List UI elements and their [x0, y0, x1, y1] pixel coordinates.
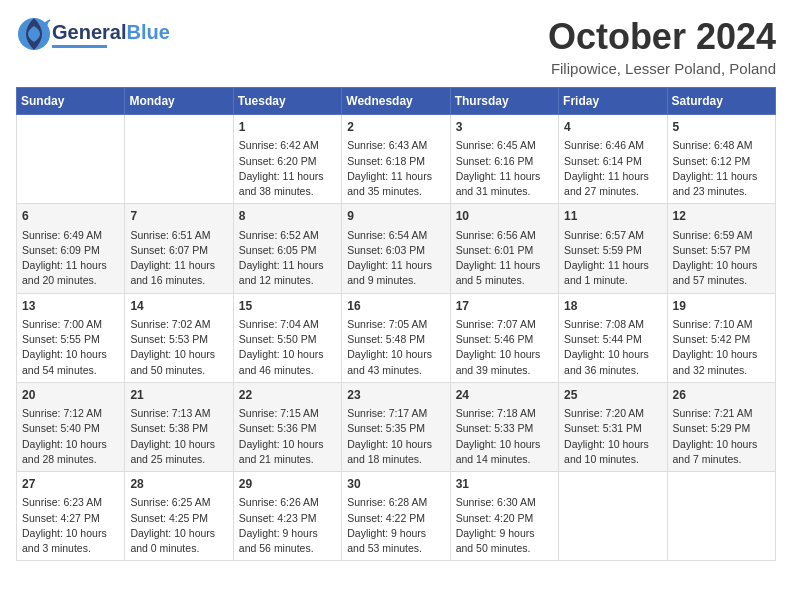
day-number: 24 [456, 387, 553, 404]
day-number: 22 [239, 387, 336, 404]
day-content: Sunrise: 6:28 AM Sunset: 4:22 PM Dayligh… [347, 495, 444, 556]
month-title: October 2024 [548, 16, 776, 58]
day-number: 31 [456, 476, 553, 493]
calendar-cell: 2Sunrise: 6:43 AM Sunset: 6:18 PM Daylig… [342, 115, 450, 204]
week-row-5: 27Sunrise: 6:23 AM Sunset: 4:27 PM Dayli… [17, 472, 776, 561]
day-content: Sunrise: 6:56 AM Sunset: 6:01 PM Dayligh… [456, 228, 553, 289]
calendar-cell: 6Sunrise: 6:49 AM Sunset: 6:09 PM Daylig… [17, 204, 125, 293]
day-number: 7 [130, 208, 227, 225]
day-number: 13 [22, 298, 119, 315]
day-content: Sunrise: 7:18 AM Sunset: 5:33 PM Dayligh… [456, 406, 553, 467]
day-content: Sunrise: 6:25 AM Sunset: 4:25 PM Dayligh… [130, 495, 227, 556]
calendar-cell: 28Sunrise: 6:25 AM Sunset: 4:25 PM Dayli… [125, 472, 233, 561]
day-number: 9 [347, 208, 444, 225]
day-number: 26 [673, 387, 770, 404]
day-content: Sunrise: 6:51 AM Sunset: 6:07 PM Dayligh… [130, 228, 227, 289]
day-number: 15 [239, 298, 336, 315]
day-content: Sunrise: 6:54 AM Sunset: 6:03 PM Dayligh… [347, 228, 444, 289]
calendar-header: SundayMondayTuesdayWednesdayThursdayFrid… [17, 88, 776, 115]
day-number: 2 [347, 119, 444, 136]
day-number: 19 [673, 298, 770, 315]
day-content: Sunrise: 7:20 AM Sunset: 5:31 PM Dayligh… [564, 406, 661, 467]
calendar-cell [667, 472, 775, 561]
calendar-cell: 31Sunrise: 6:30 AM Sunset: 4:20 PM Dayli… [450, 472, 558, 561]
calendar-cell: 1Sunrise: 6:42 AM Sunset: 6:20 PM Daylig… [233, 115, 341, 204]
day-number: 10 [456, 208, 553, 225]
calendar-cell: 4Sunrise: 6:46 AM Sunset: 6:14 PM Daylig… [559, 115, 667, 204]
day-content: Sunrise: 7:15 AM Sunset: 5:36 PM Dayligh… [239, 406, 336, 467]
calendar-cell: 8Sunrise: 6:52 AM Sunset: 6:05 PM Daylig… [233, 204, 341, 293]
day-content: Sunrise: 6:42 AM Sunset: 6:20 PM Dayligh… [239, 138, 336, 199]
day-number: 1 [239, 119, 336, 136]
day-content: Sunrise: 6:48 AM Sunset: 6:12 PM Dayligh… [673, 138, 770, 199]
day-content: Sunrise: 6:52 AM Sunset: 6:05 PM Dayligh… [239, 228, 336, 289]
calendar-cell: 11Sunrise: 6:57 AM Sunset: 5:59 PM Dayli… [559, 204, 667, 293]
calendar-cell: 13Sunrise: 7:00 AM Sunset: 5:55 PM Dayli… [17, 293, 125, 382]
day-content: Sunrise: 6:26 AM Sunset: 4:23 PM Dayligh… [239, 495, 336, 556]
day-content: Sunrise: 6:43 AM Sunset: 6:18 PM Dayligh… [347, 138, 444, 199]
calendar-cell: 27Sunrise: 6:23 AM Sunset: 4:27 PM Dayli… [17, 472, 125, 561]
header-cell-saturday: Saturday [667, 88, 775, 115]
day-content: Sunrise: 7:08 AM Sunset: 5:44 PM Dayligh… [564, 317, 661, 378]
calendar-cell: 17Sunrise: 7:07 AM Sunset: 5:46 PM Dayli… [450, 293, 558, 382]
calendar-cell: 18Sunrise: 7:08 AM Sunset: 5:44 PM Dayli… [559, 293, 667, 382]
day-number: 8 [239, 208, 336, 225]
calendar-cell: 10Sunrise: 6:56 AM Sunset: 6:01 PM Dayli… [450, 204, 558, 293]
page-header: GeneralBlue October 2024 Filipowice, Les… [16, 16, 776, 77]
day-number: 6 [22, 208, 119, 225]
header-cell-tuesday: Tuesday [233, 88, 341, 115]
day-number: 21 [130, 387, 227, 404]
day-content: Sunrise: 7:17 AM Sunset: 5:35 PM Dayligh… [347, 406, 444, 467]
logo-text-block: GeneralBlue [52, 21, 170, 48]
week-row-3: 13Sunrise: 7:00 AM Sunset: 5:55 PM Dayli… [17, 293, 776, 382]
day-content: Sunrise: 6:59 AM Sunset: 5:57 PM Dayligh… [673, 228, 770, 289]
calendar-cell: 21Sunrise: 7:13 AM Sunset: 5:38 PM Dayli… [125, 382, 233, 471]
day-content: Sunrise: 7:05 AM Sunset: 5:48 PM Dayligh… [347, 317, 444, 378]
calendar-cell: 23Sunrise: 7:17 AM Sunset: 5:35 PM Dayli… [342, 382, 450, 471]
day-number: 14 [130, 298, 227, 315]
day-number: 12 [673, 208, 770, 225]
calendar-cell [125, 115, 233, 204]
day-content: Sunrise: 6:23 AM Sunset: 4:27 PM Dayligh… [22, 495, 119, 556]
header-cell-friday: Friday [559, 88, 667, 115]
day-number: 5 [673, 119, 770, 136]
calendar-cell: 20Sunrise: 7:12 AM Sunset: 5:40 PM Dayli… [17, 382, 125, 471]
calendar-cell: 3Sunrise: 6:45 AM Sunset: 6:16 PM Daylig… [450, 115, 558, 204]
header-cell-sunday: Sunday [17, 88, 125, 115]
day-content: Sunrise: 7:07 AM Sunset: 5:46 PM Dayligh… [456, 317, 553, 378]
day-content: Sunrise: 6:30 AM Sunset: 4:20 PM Dayligh… [456, 495, 553, 556]
calendar-cell: 30Sunrise: 6:28 AM Sunset: 4:22 PM Dayli… [342, 472, 450, 561]
calendar-cell: 12Sunrise: 6:59 AM Sunset: 5:57 PM Dayli… [667, 204, 775, 293]
day-number: 30 [347, 476, 444, 493]
calendar-cell: 26Sunrise: 7:21 AM Sunset: 5:29 PM Dayli… [667, 382, 775, 471]
calendar-cell: 5Sunrise: 6:48 AM Sunset: 6:12 PM Daylig… [667, 115, 775, 204]
day-content: Sunrise: 7:10 AM Sunset: 5:42 PM Dayligh… [673, 317, 770, 378]
week-row-4: 20Sunrise: 7:12 AM Sunset: 5:40 PM Dayli… [17, 382, 776, 471]
calendar-cell: 7Sunrise: 6:51 AM Sunset: 6:07 PM Daylig… [125, 204, 233, 293]
day-content: Sunrise: 6:49 AM Sunset: 6:09 PM Dayligh… [22, 228, 119, 289]
day-content: Sunrise: 6:46 AM Sunset: 6:14 PM Dayligh… [564, 138, 661, 199]
day-number: 20 [22, 387, 119, 404]
calendar-cell: 19Sunrise: 7:10 AM Sunset: 5:42 PM Dayli… [667, 293, 775, 382]
calendar-cell: 29Sunrise: 6:26 AM Sunset: 4:23 PM Dayli… [233, 472, 341, 561]
day-content: Sunrise: 7:00 AM Sunset: 5:55 PM Dayligh… [22, 317, 119, 378]
day-number: 18 [564, 298, 661, 315]
day-number: 3 [456, 119, 553, 136]
day-number: 29 [239, 476, 336, 493]
calendar-cell: 16Sunrise: 7:05 AM Sunset: 5:48 PM Dayli… [342, 293, 450, 382]
calendar-cell [17, 115, 125, 204]
calendar-cell: 25Sunrise: 7:20 AM Sunset: 5:31 PM Dayli… [559, 382, 667, 471]
logo-icon: GeneralBlue [16, 16, 170, 52]
day-content: Sunrise: 7:13 AM Sunset: 5:38 PM Dayligh… [130, 406, 227, 467]
day-content: Sunrise: 7:02 AM Sunset: 5:53 PM Dayligh… [130, 317, 227, 378]
logo-globe-icon [16, 16, 52, 52]
day-content: Sunrise: 7:12 AM Sunset: 5:40 PM Dayligh… [22, 406, 119, 467]
day-content: Sunrise: 7:04 AM Sunset: 5:50 PM Dayligh… [239, 317, 336, 378]
calendar-cell: 9Sunrise: 6:54 AM Sunset: 6:03 PM Daylig… [342, 204, 450, 293]
day-content: Sunrise: 6:45 AM Sunset: 6:16 PM Dayligh… [456, 138, 553, 199]
location: Filipowice, Lesser Poland, Poland [548, 60, 776, 77]
day-content: Sunrise: 6:57 AM Sunset: 5:59 PM Dayligh… [564, 228, 661, 289]
week-row-2: 6Sunrise: 6:49 AM Sunset: 6:09 PM Daylig… [17, 204, 776, 293]
calendar-body: 1Sunrise: 6:42 AM Sunset: 6:20 PM Daylig… [17, 115, 776, 561]
calendar-cell: 15Sunrise: 7:04 AM Sunset: 5:50 PM Dayli… [233, 293, 341, 382]
